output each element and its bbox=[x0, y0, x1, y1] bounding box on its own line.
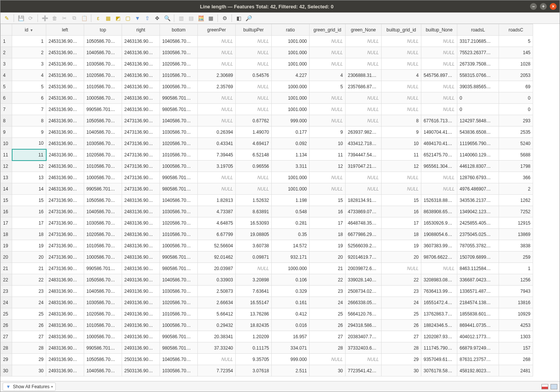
cell-builtupPer[interactable]: 0.67762 bbox=[236, 115, 272, 127]
cell-builtup_None[interactable]: 16530926.9… bbox=[421, 217, 457, 229]
cell-roadsL[interactable]: 1119656.790… bbox=[457, 138, 499, 149]
cell-id[interactable]: 14 bbox=[12, 183, 46, 195]
cell-bottom[interactable]: 1030586.70… bbox=[160, 206, 198, 217]
cell-roadsL[interactable]: 87631.23757… bbox=[457, 354, 499, 365]
cell-right[interactable]: 2503136.90… bbox=[122, 354, 160, 365]
cell-id[interactable]: 5 bbox=[12, 81, 46, 92]
cell-left[interactable]: 2463136.90… bbox=[46, 172, 84, 183]
cell-green_None[interactable]: NULL bbox=[346, 92, 382, 104]
cell-ratio[interactable]: 0.35 bbox=[272, 229, 310, 240]
cell-builtup_grid_id[interactable]: 4 bbox=[382, 70, 421, 81]
cell-greenPer[interactable]: 7.39445 bbox=[198, 149, 236, 161]
cell-right[interactable]: 2473136.90… bbox=[122, 183, 160, 195]
cell-builtup_None[interactable]: NULL bbox=[421, 183, 457, 195]
row-number-cell[interactable]: 10 bbox=[1, 138, 12, 149]
cell-builtup_None[interactable]: 4694170.41… bbox=[421, 138, 457, 149]
cell-id[interactable]: 11 bbox=[12, 149, 46, 161]
cell-bottom[interactable]: 990586.701… bbox=[160, 251, 198, 263]
cell-roadsL[interactable]: 343536.2137… bbox=[457, 195, 499, 206]
cell-green_None[interactable]: 433412.718… bbox=[346, 138, 382, 149]
cell-builtupPer[interactable]: 13.76286 bbox=[236, 308, 272, 320]
cell-bottom[interactable]: 980586.701… bbox=[160, 263, 198, 274]
row-number-cell[interactable]: 28 bbox=[1, 342, 12, 354]
cell-right[interactable]: 2493136.90… bbox=[122, 320, 160, 331]
row-number-cell[interactable]: 27 bbox=[1, 331, 12, 342]
cell-roadsL[interactable]: 150709.6899… bbox=[457, 251, 499, 263]
cell-bottom[interactable]: 990586.701… bbox=[160, 331, 198, 342]
cell-id[interactable]: 25 bbox=[12, 308, 46, 320]
cell-right[interactable]: 2473136.90… bbox=[122, 127, 160, 138]
cell-left[interactable]: 2483136.90… bbox=[46, 320, 84, 331]
cell-id[interactable]: 30 bbox=[12, 365, 46, 376]
cell-roadsC[interactable]: 1798 bbox=[499, 161, 533, 172]
cell-roadsL[interactable]: 1349042.123… bbox=[457, 206, 499, 217]
cell-green_None[interactable]: 5664120.76… bbox=[346, 308, 382, 320]
table-row[interactable]: 29292493136.90…1050586.70…2503136.90…104… bbox=[1, 354, 533, 365]
cell-ratio[interactable]: 0.329 bbox=[272, 286, 310, 297]
cell-left[interactable]: 2463136.90… bbox=[46, 183, 84, 195]
cell-greenPer[interactable]: 0.26394 bbox=[198, 127, 236, 138]
cell-green_grid_id[interactable]: 16 bbox=[310, 206, 346, 217]
cell-builtupPer[interactable]: NULL bbox=[236, 36, 272, 47]
cell-bottom[interactable]: 1040586.70… bbox=[160, 36, 198, 47]
cell-ratio[interactable]: 999.000 bbox=[272, 354, 310, 365]
cell-builtup_grid_id[interactable]: 11 bbox=[382, 149, 421, 161]
cell-green_None[interactable]: NULL bbox=[346, 172, 382, 183]
cell-builtupPer[interactable]: 4.69417 bbox=[236, 138, 272, 149]
cell-id[interactable]: 8 bbox=[12, 115, 46, 127]
table-row[interactable]: 17172473136.90…1030586.70…2483136.90…102… bbox=[1, 217, 533, 229]
cell-ratio[interactable]: 1001.000 bbox=[272, 172, 310, 183]
table-scroll-area[interactable]: id▼ left top right bottom greenPer built… bbox=[0, 24, 560, 381]
cell-roadsL[interactable]: 1855838.601… bbox=[457, 308, 499, 320]
cell-builtup_grid_id[interactable]: NULL bbox=[382, 183, 421, 195]
row-number-header[interactable] bbox=[1, 24, 12, 36]
cell-green_grid_id[interactable]: 20 bbox=[310, 251, 346, 263]
cell-greenPer[interactable]: 0.43341 bbox=[198, 138, 236, 149]
cell-green_grid_id[interactable]: 18 bbox=[310, 229, 346, 240]
cell-builtup_None[interactable]: NULL bbox=[421, 92, 457, 104]
cell-ratio[interactable]: 0.548 bbox=[272, 206, 310, 217]
cell-green_None[interactable]: 7723541.42… bbox=[346, 365, 382, 376]
cell-green_grid_id[interactable]: 25 bbox=[310, 308, 346, 320]
cell-green_None[interactable]: 263937.982… bbox=[346, 127, 382, 138]
cell-ratio[interactable]: 0.281 bbox=[272, 217, 310, 229]
cell-right[interactable]: 2493136.90… bbox=[122, 331, 160, 342]
cell-greenPer[interactable]: 2.66634 bbox=[198, 297, 236, 308]
cell-roadsC[interactable]: 5 bbox=[499, 36, 533, 47]
cell-greenPer[interactable]: NULL bbox=[198, 354, 236, 365]
cell-green_grid_id[interactable]: 5 bbox=[310, 81, 346, 92]
cell-id[interactable]: 21 bbox=[12, 263, 46, 274]
cell-green_grid_id[interactable]: 11 bbox=[310, 149, 346, 161]
cell-builtupPer[interactable]: 3.20898 bbox=[236, 274, 272, 286]
cell-builtup_None[interactable]: 677616.713… bbox=[421, 115, 457, 127]
dock-icon[interactable]: ◧ bbox=[235, 14, 243, 22]
cell-builtup_grid_id[interactable]: 12 bbox=[382, 161, 421, 172]
cell-right[interactable]: 2463136.90… bbox=[122, 58, 160, 70]
cell-green_None[interactable]: 2666338.05… bbox=[346, 297, 382, 308]
cell-roadsC[interactable]: 157 bbox=[499, 342, 533, 354]
cell-left[interactable]: 2453136.90… bbox=[46, 104, 84, 115]
cell-top[interactable]: 1010586.70… bbox=[84, 320, 122, 331]
form-view-icon[interactable] bbox=[541, 384, 548, 389]
cell-id[interactable]: 7 bbox=[12, 104, 46, 115]
row-number-cell[interactable]: 2 bbox=[1, 47, 12, 58]
cell-roadsC[interactable]: 69 bbox=[499, 81, 533, 92]
cell-green_None[interactable]: 52566039.2… bbox=[346, 240, 382, 251]
cell-green_grid_id[interactable]: NULL bbox=[310, 36, 346, 47]
cell-id[interactable]: 19 bbox=[12, 240, 46, 251]
cell-right[interactable]: 2483136.90… bbox=[122, 229, 160, 240]
cell-roadsC[interactable]: 268 bbox=[499, 354, 533, 365]
cell-builtup_grid_id[interactable]: NULL bbox=[382, 81, 421, 92]
cell-bottom[interactable]: 980586.701… bbox=[160, 104, 198, 115]
cell-builtupPer[interactable]: 8.63891 bbox=[236, 206, 272, 217]
cell-roadsL[interactable]: 128760.6793… bbox=[457, 172, 499, 183]
cell-left[interactable]: 2463136.90… bbox=[46, 115, 84, 127]
cell-builtup_None[interactable]: 1490704.41… bbox=[421, 127, 457, 138]
column-header-top[interactable]: top bbox=[84, 24, 122, 36]
cell-green_None[interactable]: NULL bbox=[346, 104, 382, 115]
cell-builtupPer[interactable]: 6.52148 bbox=[236, 149, 272, 161]
cell-roadsL[interactable]: 458192.8023… bbox=[457, 365, 499, 376]
cell-top[interactable]: 1000586.70… bbox=[84, 251, 122, 263]
cell-greenPer[interactable]: 5.66412 bbox=[198, 308, 236, 320]
cell-roadsL[interactable]: 267339.7508… bbox=[457, 58, 499, 70]
